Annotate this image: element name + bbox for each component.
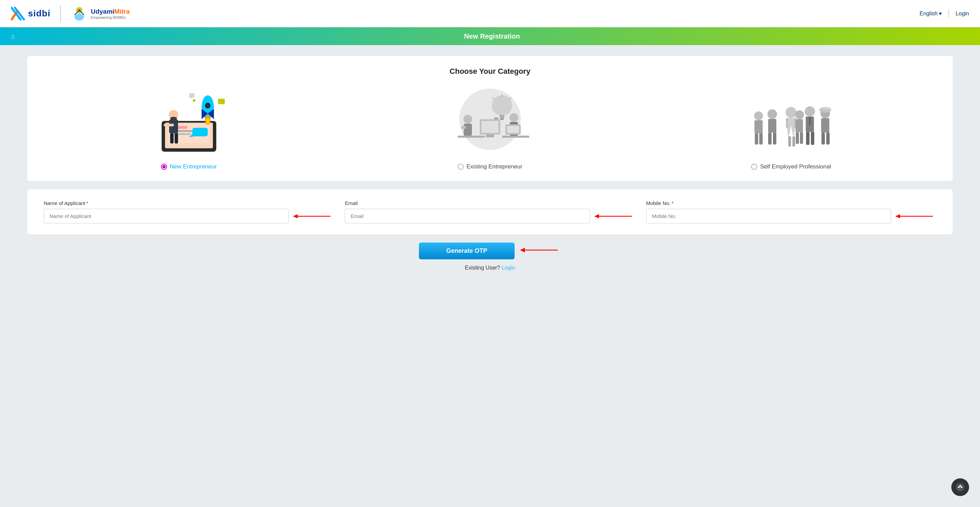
form-card: Name of Applicant* Email — [27, 189, 953, 234]
name-required: * — [86, 200, 89, 206]
name-arrow-annotation — [293, 212, 334, 220]
svg-point-56 — [786, 107, 797, 118]
udyami-icon — [70, 5, 88, 22]
svg-rect-46 — [486, 135, 494, 137]
new-entrepreneur-illustration: 👍 💬 — [141, 87, 237, 155]
email-field-wrapper — [345, 209, 635, 223]
udyami-subtitle: Empowering MSMEs — [91, 15, 130, 19]
language-dropdown-icon: ▾ — [939, 10, 942, 17]
svg-rect-36 — [500, 115, 504, 118]
new-entrepreneur-svg: 👍 💬 — [141, 87, 237, 155]
svg-point-63 — [767, 109, 777, 119]
svg-point-23 — [193, 99, 196, 102]
svg-rect-49 — [461, 126, 466, 129]
svg-rect-83 — [795, 119, 803, 132]
chat-widget[interactable] — [951, 478, 969, 496]
existing-user-login-link[interactable]: Login — [502, 265, 515, 270]
self-employed-illustration — [743, 87, 839, 155]
svg-point-33 — [170, 117, 177, 120]
name-input[interactable] — [44, 209, 289, 223]
existing-entrepreneur-illustration — [442, 87, 538, 155]
page-title: New Registration — [15, 32, 969, 40]
svg-rect-61 — [788, 136, 791, 146]
new-entrepreneur-label[interactable]: New Entrepreneur — [161, 163, 217, 170]
svg-point-82 — [795, 110, 804, 119]
name-label: Name of Applicant* — [44, 200, 334, 206]
svg-point-71 — [805, 106, 815, 116]
mobile-group: Mobile No.* — [646, 200, 936, 223]
udyami-text-group: UdyamiMitra Empowering MSMEs — [91, 8, 130, 19]
generate-otp-button[interactable]: Generate OTP — [419, 243, 515, 259]
svg-rect-31 — [170, 133, 173, 143]
svg-rect-30 — [164, 124, 174, 126]
generate-otp-arrow — [520, 245, 561, 257]
main-content: Choose Your Category — [0, 45, 980, 282]
header-vertical-divider — [948, 10, 949, 18]
mobile-red-arrow — [895, 212, 936, 220]
svg-point-51 — [509, 113, 519, 122]
email-group: Email — [345, 200, 635, 223]
home-icon[interactable]: ⌂ — [11, 32, 15, 40]
sidbi-x-icon — [11, 6, 25, 21]
svg-marker-89 — [594, 214, 599, 218]
name-field-wrapper — [44, 209, 334, 223]
self-employed-radio[interactable] — [751, 164, 757, 170]
login-link[interactable]: Login — [956, 11, 969, 17]
logo-group: sidbi UdyamiMitra Empowering MSMEs — [11, 5, 130, 22]
svg-rect-64 — [768, 119, 776, 133]
existing-entrepreneur-label[interactable]: Existing Entrepreneur — [458, 163, 522, 170]
navbar: ⌂ New Registration — [0, 27, 980, 45]
svg-rect-45 — [482, 121, 498, 133]
name-group: Name of Applicant* — [44, 200, 334, 223]
udyami-name: UdyamiMitra — [91, 8, 130, 15]
mobile-required: * — [671, 200, 673, 206]
svg-rect-74 — [811, 132, 814, 145]
svg-rect-68 — [754, 120, 763, 133]
category-new-entrepreneur[interactable]: 👍 💬 — [44, 87, 334, 170]
svg-point-96 — [961, 486, 963, 488]
svg-rect-81 — [821, 110, 830, 112]
category-existing-entrepreneur[interactable]: Existing Entrepreneur — [345, 87, 635, 170]
mobile-label: Mobile No.* — [646, 200, 936, 206]
self-employed-label[interactable]: Self Employed Professional — [751, 163, 831, 170]
svg-rect-55 — [507, 126, 519, 133]
existing-entrepreneur-text: Existing Entrepreneur — [466, 163, 522, 170]
sidbi-logo: sidbi — [11, 6, 51, 21]
self-employed-text: Self Employed Professional — [760, 163, 831, 170]
mobile-input[interactable] — [646, 209, 891, 223]
svg-point-94 — [956, 483, 964, 491]
existing-user-label: Existing User? — [465, 265, 500, 270]
new-entrepreneur-radio[interactable] — [161, 164, 167, 170]
mobile-arrow-annotation — [895, 212, 936, 220]
svg-point-20 — [206, 104, 210, 107]
otp-red-arrow-svg — [520, 245, 561, 255]
svg-rect-66 — [773, 133, 776, 145]
form-row: Name of Applicant* Email — [44, 200, 936, 223]
svg-rect-62 — [792, 136, 795, 146]
svg-rect-65 — [768, 133, 772, 145]
svg-point-47 — [463, 115, 472, 124]
generate-otp-wrapper: Generate OTP — [419, 243, 561, 259]
svg-text:💬: 💬 — [190, 94, 194, 98]
category-self-employed[interactable]: Self Employed Professional — [646, 87, 936, 170]
header: sidbi UdyamiMitra Empowering MSMEs Engli… — [0, 0, 980, 27]
existing-entrepreneur-radio[interactable] — [458, 164, 464, 170]
name-red-arrow — [293, 212, 334, 220]
svg-rect-48 — [464, 124, 472, 136]
svg-marker-91 — [895, 214, 900, 218]
new-entrepreneur-text: New Entrepreneur — [170, 163, 217, 170]
svg-point-95 — [958, 486, 960, 488]
logo-divider — [60, 5, 61, 22]
svg-rect-85 — [800, 132, 803, 144]
self-employed-svg — [743, 87, 839, 155]
svg-rect-57 — [787, 118, 795, 126]
language-selector[interactable]: English ▾ — [920, 10, 942, 17]
svg-rect-69 — [755, 133, 758, 145]
svg-rect-78 — [821, 133, 825, 145]
svg-rect-32 — [175, 133, 178, 143]
email-arrow-annotation — [594, 212, 635, 220]
svg-rect-79 — [826, 133, 830, 145]
email-label: Email — [345, 200, 635, 206]
email-input[interactable] — [345, 209, 590, 223]
svg-marker-93 — [520, 248, 525, 253]
